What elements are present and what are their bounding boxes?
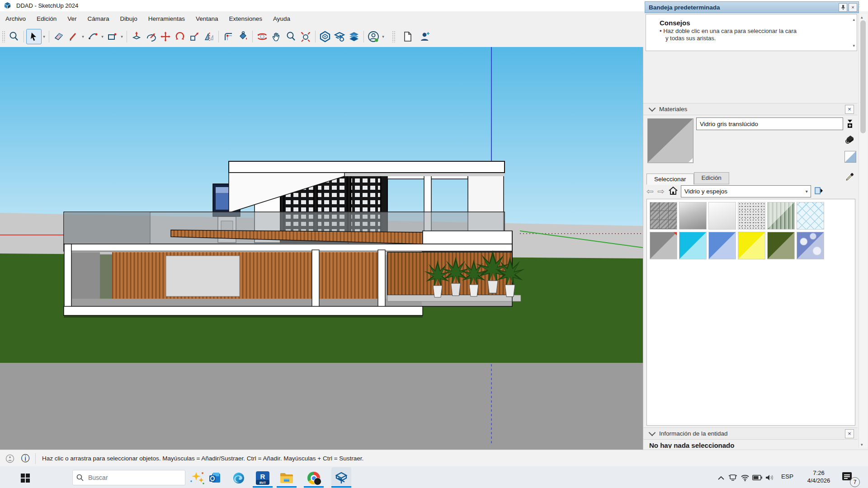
secondary-pane-icon[interactable]	[844, 118, 855, 129]
collection-dropdown[interactable]: Vidrio y espejos ▾	[681, 185, 811, 197]
clock[interactable]: 7:26 4/4/2026	[802, 469, 835, 484]
open-app-indicator	[304, 486, 324, 488]
swatch-glass-block[interactable]	[650, 202, 677, 230]
arc-tool-caret[interactable]: ▾	[100, 29, 105, 44]
create-material-icon[interactable]	[844, 134, 855, 145]
scrollbar-thumb[interactable]	[860, 20, 866, 133]
swatch-obscure-glass[interactable]	[738, 202, 765, 230]
tray-scrollbar[interactable]: ▴ ▾	[859, 14, 868, 448]
menu-dibujo[interactable]: Dibujo	[115, 11, 143, 26]
menu-ventana[interactable]: Ventana	[190, 11, 224, 26]
speaker-icon[interactable]	[764, 472, 776, 483]
start-button[interactable]	[16, 469, 34, 487]
entity-info-close-icon[interactable]: ×	[845, 429, 854, 438]
flip-along-icon[interactable]	[202, 29, 216, 44]
taskbar-app-revit[interactable]: RRVT	[254, 469, 272, 487]
taskbar-search-box[interactable]	[72, 470, 185, 485]
arc-tool-icon[interactable]	[85, 29, 100, 44]
zoom-window-icon[interactable]	[7, 29, 21, 44]
move-tool-icon[interactable]	[158, 29, 173, 44]
scroll-up-icon[interactable]: ▴	[861, 15, 863, 19]
tab-edicion[interactable]: Edición	[694, 172, 729, 184]
tray-title-bar[interactable]: Bandeja predeterminada ×	[645, 1, 859, 13]
materials-section-header[interactable]: Materiales ×	[643, 103, 858, 115]
tips-scroll-down-icon[interactable]: ▾	[853, 43, 855, 48]
pan-tool-icon[interactable]	[269, 29, 284, 44]
menu-herramientas[interactable]: Herramientas	[143, 11, 190, 26]
eraser-icon[interactable]	[52, 29, 66, 44]
scale-tool-icon[interactable]	[187, 29, 202, 44]
rectangle-tool-caret[interactable]: ▾	[119, 29, 124, 44]
tray-close-icon[interactable]: ×	[849, 3, 857, 12]
swatch-translucent-dark-green-glass[interactable]	[767, 232, 795, 259]
materials-close-icon[interactable]: ×	[845, 105, 854, 114]
geolocation-icon[interactable]	[5, 453, 15, 464]
taskbar-app-sketchup[interactable]	[332, 469, 350, 487]
taskbar-app-chrome[interactable]	[305, 469, 323, 487]
taskbar-app-file-explorer[interactable]	[278, 469, 296, 487]
default-material-swatch[interactable]	[844, 151, 856, 163]
swatch-mirror-gray[interactable]	[679, 202, 707, 230]
new-document-icon[interactable]	[401, 29, 415, 44]
menu-extensiones[interactable]: Extensiones	[223, 11, 268, 26]
push-pull-icon[interactable]	[129, 29, 144, 44]
tips-scroll-up-icon[interactable]: ▴	[853, 17, 855, 22]
section-plane-icon[interactable]	[318, 29, 332, 44]
follow-me-icon[interactable]	[144, 29, 158, 44]
taskbar-app-outlook[interactable]	[206, 469, 224, 487]
tab-seleccionar[interactable]: Seleccionar	[646, 174, 694, 185]
zoom-extents-icon[interactable]	[298, 29, 313, 44]
scroll-down-icon[interactable]: ▾	[861, 442, 863, 447]
swatch-clear-glass[interactable]	[708, 202, 736, 230]
section-fill-icon[interactable]	[332, 29, 347, 44]
zoom-tool-icon[interactable]	[284, 29, 298, 44]
battery-icon[interactable]	[751, 472, 763, 483]
search-input[interactable]	[87, 474, 166, 482]
swatch-translucent-cyan-glass[interactable]	[679, 232, 707, 259]
rotate-tool-icon[interactable]	[173, 29, 187, 44]
interior-panel	[166, 256, 240, 296]
sample-paint-eyedropper-icon[interactable]	[844, 171, 855, 182]
line-tool-caret[interactable]: ▾	[80, 29, 85, 44]
hidden-icons-chevron-icon[interactable]	[715, 472, 727, 483]
sign-in-avatar-icon[interactable]	[366, 29, 381, 44]
paint-bucket-icon[interactable]	[236, 29, 250, 44]
language-indicator[interactable]: ESP	[781, 473, 793, 480]
line-tool-icon[interactable]	[66, 29, 80, 44]
toolbar-grip[interactable]	[392, 31, 396, 42]
search-highlights-icon[interactable]	[188, 469, 206, 487]
add-people-icon[interactable]	[418, 29, 432, 44]
material-preview-thumbnail[interactable]	[647, 118, 693, 163]
menu-archivo[interactable]: Archivo	[0, 11, 31, 26]
toolbar-grip[interactable]	[2, 31, 5, 42]
material-name-field[interactable]: Vidrio gris translúcido	[696, 117, 843, 130]
menu-edicion[interactable]: Edición	[31, 11, 62, 26]
pin-icon[interactable]	[839, 3, 847, 12]
swatch-sky-reflective-glass[interactable]	[797, 232, 824, 259]
sign-in-caret[interactable]: ▾	[381, 29, 386, 44]
swatch-translucent-blue-glass[interactable]	[708, 232, 736, 259]
offset-tool-icon[interactable]	[221, 29, 236, 44]
in-model-home-icon[interactable]	[668, 186, 678, 197]
select-tool-icon[interactable]	[26, 29, 42, 44]
back-arrow-icon[interactable]: ⇦	[646, 186, 654, 197]
swatch-ribbed-green-glass[interactable]	[767, 202, 795, 230]
rectangle-tool-icon[interactable]	[105, 29, 119, 44]
collection-details-icon[interactable]	[815, 186, 824, 197]
wifi-icon[interactable]	[739, 472, 751, 483]
model-viewport[interactable]	[0, 47, 643, 450]
section-display-icon[interactable]	[347, 29, 361, 44]
menu-ver[interactable]: Ver	[62, 11, 82, 26]
menu-camara[interactable]: Cámara	[82, 11, 115, 26]
entity-info-section-header[interactable]: Información de la entidad ×	[643, 427, 858, 440]
taskbar-app-edge[interactable]	[230, 469, 248, 487]
swatch-leaded-blue-glass[interactable]	[797, 202, 824, 230]
swatch-translucent-gray-glass[interactable]	[650, 232, 677, 259]
info-icon[interactable]: ⓘ	[20, 453, 31, 464]
swatch-translucent-yellow-glass[interactable]	[738, 232, 765, 259]
menu-ayuda[interactable]: Ayuda	[268, 11, 296, 26]
select-tool-caret[interactable]: ▾	[42, 29, 47, 44]
forward-arrow-icon[interactable]: ⇨	[657, 186, 665, 197]
orbit-tool-icon[interactable]	[255, 29, 269, 44]
cast-display-icon[interactable]	[727, 472, 739, 483]
